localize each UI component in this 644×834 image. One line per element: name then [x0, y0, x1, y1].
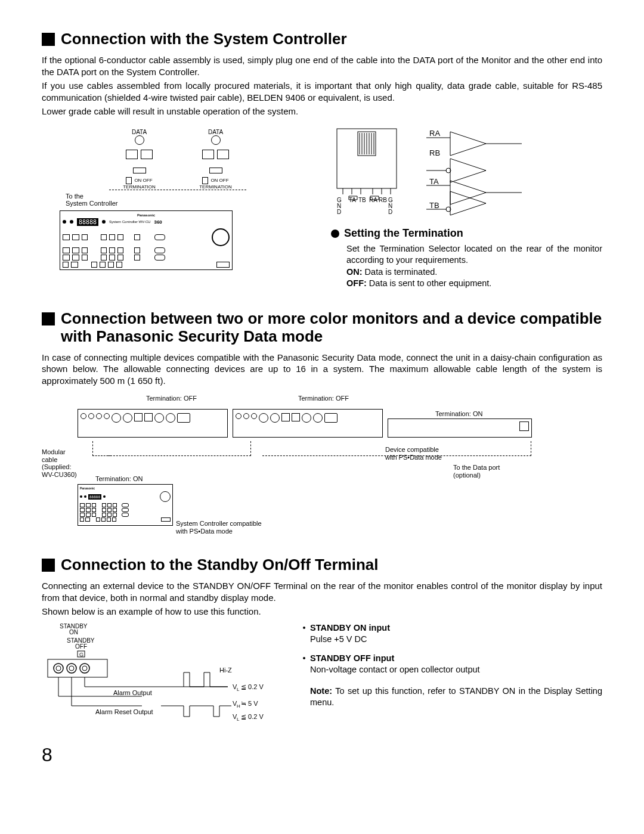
s3-p2: Shown below is an example of how to use … — [42, 606, 602, 618]
connector-icon — [135, 135, 144, 145]
svg-point-51 — [69, 666, 74, 671]
h1-text: Connection between two or more color mon… — [61, 310, 602, 346]
standby-off-h: STANDBY OFF input — [310, 653, 394, 663]
standby-on-body: Pulse +5 V DC — [310, 634, 367, 644]
on-label: ON: — [346, 267, 363, 277]
term-on-label-2: Termination: ON — [95, 475, 143, 482]
square-bullet-icon — [42, 312, 55, 325]
diagram-daisy-chain: Termination: OFF Termination: OFF Termin… — [42, 395, 602, 544]
svg-point-53 — [82, 666, 87, 671]
svg-rect-47 — [48, 659, 107, 677]
svg-text:TB: TB — [358, 197, 366, 203]
svg-text:Alarm Output: Alarm Output — [113, 689, 152, 696]
term-off-label-1: Termination: OFF — [146, 395, 197, 402]
square-bullet-icon — [42, 559, 55, 572]
svg-text:L: L — [237, 717, 240, 722]
standby-description: • STANDBY ON input Pulse +5 V DC • STAND… — [298, 622, 602, 730]
off-line: OFF: Data is sent to other equipment. — [331, 278, 602, 290]
svg-point-48 — [54, 664, 63, 673]
setting-termination-heading: Setting the Termination — [331, 227, 602, 240]
svg-text:≦ 0.2 V: ≦ 0.2 V — [241, 683, 264, 690]
off-text: Data is sent to other equipment. — [367, 278, 492, 288]
data-port-left: DATA ON OFF TERMINATION — [110, 129, 169, 190]
s1-p2: If you use cables assembled from locally… — [42, 80, 602, 103]
note-label: Note: — [310, 686, 332, 696]
standby-off-body: Non-voltage contact or open collector ou… — [310, 665, 480, 674]
system-controller-device: Panasonic 88888 System Controller WV-CU … — [60, 210, 233, 270]
dashed-connector-line — [109, 190, 246, 190]
device-compat-label: Device compatible with PS•Data mode — [385, 446, 442, 461]
svg-text:RA: RA — [429, 129, 440, 138]
heading-standby-terminal: Connection to the Standby On/Off Termina… — [42, 556, 602, 574]
controller-display: 88888 — [77, 218, 98, 226]
square-bullet-icon — [42, 33, 55, 46]
svg-text:TB: TB — [429, 201, 439, 210]
svg-text:OFF: OFF — [75, 643, 87, 650]
s3-p1: Connecting an external device to the STA… — [42, 580, 602, 603]
plug-icon — [126, 177, 132, 184]
svg-text:ON: ON — [69, 629, 78, 635]
page-number: 8 — [42, 744, 602, 766]
controller-num: 360 — [154, 219, 162, 225]
svg-text:D: D — [388, 209, 392, 215]
heading-multi-monitor: Connection between two or more color mon… — [42, 310, 602, 346]
dash-conn — [107, 441, 251, 456]
sys-compat-label: System Controller compatible with PS•Dat… — [176, 520, 262, 535]
port-icon — [141, 150, 153, 159]
note-body: To set up this function, refer to STANDB… — [310, 686, 602, 708]
connector-icon — [211, 135, 221, 145]
diagram-controller-connection: DATA ON OFF TERMINATION DATA — [42, 126, 313, 290]
plug-icon — [202, 177, 208, 184]
heading-connection-system-controller: Connection with the System Controller — [42, 30, 602, 48]
svg-text:RA: RA — [369, 197, 377, 203]
svg-text:Hi-Z: Hi-Z — [219, 666, 232, 674]
svg-text:≦ 0.2 V: ≦ 0.2 V — [241, 713, 264, 720]
termination-label: TERMINATION — [110, 184, 169, 190]
svg-point-49 — [56, 666, 61, 671]
svg-text:RB: RB — [429, 148, 440, 157]
s1-p1: If the optional 6-conductor cable assemb… — [42, 54, 602, 77]
data-label: DATA — [110, 129, 169, 135]
dot-bullet-icon — [331, 230, 339, 238]
h1-text: Connection with the System Controller — [61, 30, 347, 48]
svg-text:D: D — [337, 209, 341, 215]
termination-label: TERMINATION — [186, 184, 246, 190]
port-icon — [217, 150, 229, 159]
svg-text:RB: RB — [379, 197, 387, 203]
diagram-termination: RA RB TA TB GND TATB RARB GND Setting th… — [331, 126, 602, 290]
standby-on-row: • STANDBY ON input Pulse +5 V DC — [298, 622, 602, 646]
s1-p3: Lower grade cable will result in unstabl… — [42, 106, 602, 117]
on-line: ON: Data is terminated. — [331, 266, 602, 278]
off-label: OFF: — [346, 278, 367, 288]
svg-text:Alarm Reset Output: Alarm Reset Output — [95, 708, 153, 715]
modular-cable-label: Modular cable (Supplied: WV-CU360) — [42, 448, 77, 479]
controller-display: 88888 — [88, 494, 101, 500]
monitor-back-2 — [233, 409, 383, 438]
svg-text:≒ 5 V: ≒ 5 V — [241, 700, 258, 707]
diagram-standby: STANDBY ON STANDBY OFF G — [42, 622, 280, 730]
standby-on-h: STANDBY ON input — [310, 623, 390, 633]
svg-marker-18 — [450, 181, 486, 204]
svg-point-52 — [80, 664, 89, 673]
port-icon — [202, 150, 214, 159]
s2-p1: In case of connecting multiple devices c… — [42, 352, 602, 387]
standby-off-row: • STANDBY OFF input Non-voltage contact … — [298, 653, 602, 676]
data-port-right: DATA ON OFF TERMINATION — [186, 129, 246, 190]
system-controller-label: System Controller — [66, 200, 313, 207]
to-the-label: To the — [66, 193, 313, 200]
svg-text:TA: TA — [349, 197, 356, 203]
svg-text:G: G — [79, 652, 83, 658]
controller-model: System Controller WV-CU — [109, 220, 150, 224]
svg-point-50 — [67, 664, 76, 673]
svg-marker-19 — [450, 191, 486, 215]
h1-text: Connection to the Standby On/Off Termina… — [61, 556, 379, 574]
onoff-label: ON OFF — [210, 178, 228, 183]
svg-text:H: H — [237, 703, 240, 709]
to-data-port-label: To the Data port (optional) — [453, 464, 500, 479]
device-compat-box — [388, 418, 532, 438]
onoff-label: ON OFF — [134, 178, 152, 183]
termination-schematic: RA RB TA TB GND TATB RARB GND — [331, 126, 593, 221]
svg-marker-16 — [450, 159, 486, 182]
switch-icon — [133, 168, 146, 173]
svg-text:TA: TA — [429, 177, 439, 186]
